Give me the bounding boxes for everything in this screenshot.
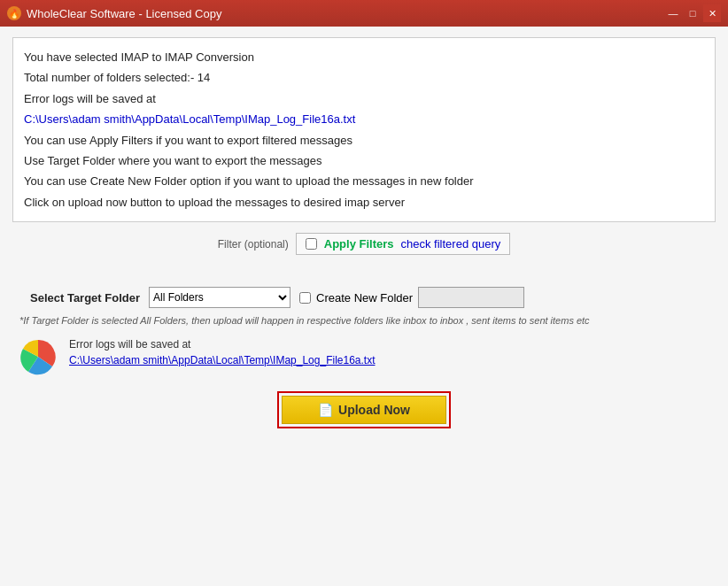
note-text: *If Target Folder is selected All Folder… xyxy=(12,315,716,326)
filter-group: Apply Filters check filtered query xyxy=(296,233,510,255)
filter-section: Filter (optional) Apply Filters check fi… xyxy=(12,229,716,258)
close-button[interactable]: ✕ xyxy=(703,4,721,22)
info-line-3: Error logs will be saved at C:\Users\ada… xyxy=(24,89,704,130)
log-path-1: C:\Users\adam smith\AppData\Local\Temp\I… xyxy=(24,112,355,126)
check-filtered-query-link[interactable]: check filtered query xyxy=(401,237,501,251)
error-log-info: Error logs will be saved at C:\Users\ada… xyxy=(69,338,376,366)
upload-btn-label: Upload Now xyxy=(338,403,410,417)
info-box: You have selected IMAP to IMAP Conversio… xyxy=(12,37,716,222)
info-line-1: You have selected IMAP to IMAP Conversio… xyxy=(24,47,704,67)
target-folder-section: Select Target Folder All Folders Inbox S… xyxy=(12,281,716,308)
create-new-folder-label: Create New Folder xyxy=(316,291,413,305)
info-line-5: Use Target Folder where you want to expo… xyxy=(24,150,704,171)
create-new-folder-checkbox[interactable] xyxy=(299,292,311,304)
info-line-4: You can use Apply Filters if you want to… xyxy=(24,130,704,150)
bottom-info: Error logs will be saved at C:\Users\ada… xyxy=(12,333,716,381)
app-icon: 🔥 xyxy=(7,6,21,20)
info-line-7: Click on upload now button to upload the… xyxy=(24,192,704,212)
error-log-path[interactable]: C:\Users\adam smith\AppData\Local\Temp\I… xyxy=(69,354,376,366)
apply-filters-checkbox[interactable] xyxy=(306,238,317,250)
filter-label: Filter (optional) xyxy=(218,238,289,251)
info-line-6: You can use Create New Folder option if … xyxy=(24,171,704,191)
minimize-button[interactable]: — xyxy=(664,4,682,22)
upload-area: 📄 Upload Now xyxy=(12,388,716,432)
upload-now-button[interactable]: 📄 Upload Now xyxy=(282,396,446,424)
folder-select[interactable]: All Folders Inbox Sent Items Drafts xyxy=(149,287,290,308)
main-content: You have selected IMAP to IMAP Conversio… xyxy=(0,27,728,586)
target-folder-label: Select Target Folder xyxy=(30,291,140,305)
create-folder-group: Create New Folder xyxy=(299,287,524,308)
info-line-2: Total number of folders selected:- 14 xyxy=(24,67,704,88)
title-bar: 🔥 WholeClear Software - Licensed Copy — … xyxy=(0,0,728,27)
new-folder-name-input[interactable] xyxy=(418,287,524,308)
window-title: WholeClear Software - Licensed Copy xyxy=(27,7,221,20)
apply-filters-label: Apply Filters xyxy=(324,237,394,251)
maximize-button[interactable]: □ xyxy=(684,4,701,22)
pie-chart xyxy=(19,338,57,375)
upload-icon: 📄 xyxy=(318,403,333,417)
window-controls: — □ ✕ xyxy=(664,4,721,22)
upload-btn-wrapper: 📄 Upload Now xyxy=(277,391,451,428)
error-log-label: Error logs will be saved at xyxy=(69,338,376,351)
title-bar-left: 🔥 WholeClear Software - Licensed Copy xyxy=(7,6,221,20)
